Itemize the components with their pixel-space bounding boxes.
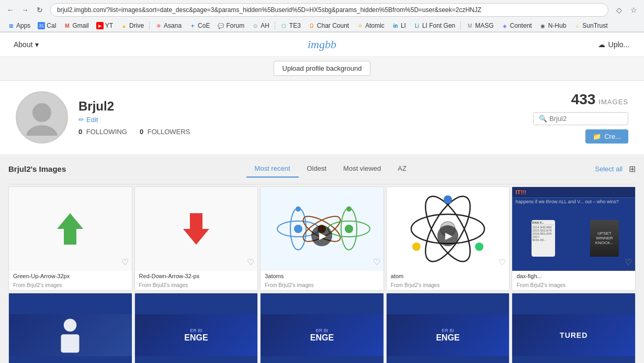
address-bar[interactable] (50, 3, 608, 17)
following-label: FOLLOWING (86, 128, 127, 136)
profile-info-row: Brjul2 ✏ Edit 0 FOLLOWING 0 FOLLOWERS (0, 81, 644, 154)
separator-3 (460, 21, 461, 30)
image-card-structured[interactable]: TURED (512, 293, 636, 363)
about-menu[interactable]: About ▾ (8, 37, 44, 52)
tab-az[interactable]: AZ (389, 160, 415, 178)
bookmark-yt[interactable]: ▶ YT (93, 21, 116, 30)
bookmark-forum-label: Forum (226, 22, 244, 29)
svg-point-1 (26, 125, 58, 136)
yt-icon: ▶ (96, 22, 104, 29)
bookmark-drive-label: Drive (129, 22, 144, 29)
bookmark-atomic[interactable]: ⚛ Atomic (353, 21, 388, 30)
bookmark-content[interactable]: ◈ Content (498, 21, 535, 30)
bookmark-asana[interactable]: ❋ Asana (152, 21, 185, 30)
image-card-erbi-2[interactable]: ER BI ENGE (260, 293, 384, 363)
main-content: Upload profile background Brjul2 ✏ Edit (0, 57, 644, 363)
coe-icon: ✦ (189, 22, 196, 29)
image-card-atom[interactable]: ▶ ♡ atom From Brjul2's images (386, 186, 510, 291)
bookmark-lifontgen[interactable]: Li LI Font Gen (410, 21, 458, 30)
edit-link[interactable]: ✏ Edit (78, 116, 523, 124)
toolbar-right: Select all ⊞ (595, 164, 636, 174)
sort-icon[interactable]: ⊞ (629, 164, 636, 174)
create-album-button[interactable]: 📁 Cre... (585, 129, 628, 144)
bookmark-ah-label: AH (261, 22, 269, 29)
create-album-label: Cre... (604, 133, 621, 140)
bookmark-forum[interactable]: 💬 Forum (214, 21, 247, 30)
profile-name: Brjul2 (78, 99, 523, 114)
follow-stats: 0 FOLLOWING 0 FOLLOWERS (78, 128, 523, 136)
extensions-button[interactable]: ◇ (613, 4, 625, 16)
lifontgen-icon: Li (413, 22, 421, 29)
select-all-link[interactable]: Select all (595, 165, 623, 173)
bookmark-asana-label: Asana (164, 22, 182, 29)
browser-actions: ◇ ☆ (613, 4, 640, 16)
bookmarks-bar: ⊞ Apps 31 Cal M Gmail ▶ YT ▲ Drive ❋ Asa… (0, 20, 644, 32)
bookmark-te3-label: TE3 (289, 22, 301, 29)
avatar-icon (24, 99, 60, 136)
apps-icon: ⊞ (7, 22, 15, 29)
bookmark-drive[interactable]: ▲ Drive (117, 21, 147, 30)
upload-bg-button[interactable]: Upload profile background (274, 61, 371, 76)
bookmark-masg-label: MASG (475, 22, 493, 29)
bookmark-suntrust[interactable]: ☼ SunTrust (570, 21, 611, 30)
bookmark-gmail-label: Gmail (72, 22, 88, 29)
li-icon: in (392, 22, 399, 29)
upload-bg-bar: Upload profile background (0, 57, 644, 81)
tab-oldest[interactable]: Oldest (299, 160, 335, 178)
separator-1 (149, 21, 150, 30)
header-upload-button[interactable]: ☁ Uplo... (592, 37, 636, 52)
asana-icon: ❋ (155, 22, 162, 29)
image-card-blue-person[interactable] (8, 293, 132, 363)
nav-buttons: ← → ↻ (4, 4, 46, 16)
folder-icon: 📁 (593, 133, 601, 140)
bookmark-gmail[interactable]: M Gmail (60, 21, 92, 30)
image-card-dax[interactable]: IT!!! happens if we throw ALL and V... o… (512, 186, 636, 291)
bookmark-button[interactable]: ☆ (627, 4, 640, 16)
nhub-icon: ◉ (539, 22, 547, 29)
bookmark-cal[interactable]: 31 Cal (35, 21, 59, 30)
image-card-erbi-3[interactable]: ER BI ENGE (386, 293, 510, 363)
bookmark-li[interactable]: in LI (389, 21, 409, 30)
bookmark-charcount[interactable]: Ω Char Count (305, 21, 352, 30)
tab-most-viewed[interactable]: Most viewed (335, 160, 389, 178)
bookmark-apps[interactable]: ⊞ Apps (4, 21, 33, 30)
search-input[interactable] (549, 115, 623, 123)
bookmark-content-label: Content (510, 22, 532, 29)
upload-cloud-icon: ☁ (598, 40, 605, 49)
bookmark-charcount-label: Char Count (317, 22, 349, 29)
image-card-3atoms[interactable]: ▶ ♡ 3atoms From Brjul2's images (260, 186, 384, 291)
image-card-green-arrow[interactable]: ♡ Green-Up-Arrow-32px From Brjul2's imag… (8, 186, 132, 291)
tab-most-recent[interactable]: Most recent (246, 160, 299, 178)
drive-icon: ▲ (120, 22, 128, 29)
site-logo[interactable]: imgbb (308, 38, 336, 51)
bookmark-coe[interactable]: ✦ CoE (186, 21, 213, 30)
bookmark-ah[interactable]: ⊙ AH (248, 21, 273, 30)
pencil-icon: ✏ (78, 116, 84, 124)
reload-button[interactable]: ↻ (33, 4, 46, 16)
masg-icon: M (466, 22, 473, 29)
bookmark-masg[interactable]: M MASG (463, 21, 496, 30)
search-box: 🔍 (533, 112, 628, 125)
bookmark-lifontgen-label: LI Font Gen (422, 22, 455, 29)
images-label: IMAGES (598, 98, 628, 106)
bookmark-coe-label: CoE (198, 22, 210, 29)
image-card-erbi-1[interactable]: ER BI ENGE (134, 293, 258, 363)
page-header: About ▾ imgbb ☁ Uplo... (0, 32, 644, 57)
bookmark-yt-label: YT (105, 22, 113, 29)
forward-button[interactable]: → (19, 4, 31, 16)
charcount-icon: Ω (308, 22, 315, 29)
bookmark-apps-label: Apps (16, 22, 30, 29)
image-card-red-arrow[interactable]: ♡ Red-Down-Arrow-32-px From Brjul2's ima… (134, 186, 258, 291)
image-grid-row2: ER BI ENGE ER BI ENGE (8, 293, 636, 363)
header-left: About ▾ (8, 37, 44, 52)
back-button[interactable]: ← (4, 4, 17, 16)
gmail-icon: M (63, 22, 71, 29)
edit-label: Edit (86, 116, 98, 124)
cal-icon: 31 (38, 22, 45, 29)
followers-label: FOLLOWERS (148, 128, 190, 136)
about-label: About (14, 40, 33, 49)
bookmark-te3[interactable]: ⬡ TE3 (277, 21, 304, 30)
following-stat: 0 FOLLOWING (78, 128, 127, 136)
bookmark-nhub[interactable]: ◉ N-Hub (536, 21, 570, 30)
bookmark-cal-label: Cal (47, 22, 56, 29)
